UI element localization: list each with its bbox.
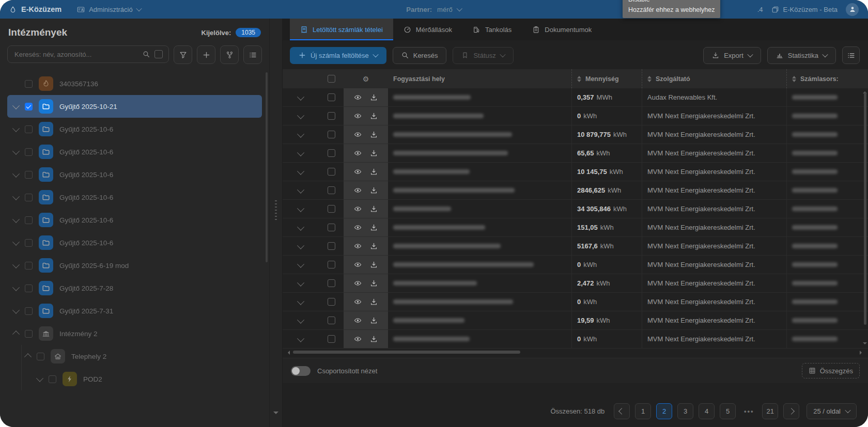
download-button[interactable] [370, 335, 378, 343]
page-button-5[interactable]: 5 [720, 403, 736, 419]
tree-item[interactable]: POD2 [7, 368, 262, 390]
row-expander[interactable] [283, 181, 319, 199]
export-button[interactable]: Export [703, 47, 761, 64]
tree-checkbox[interactable] [49, 375, 56, 383]
tree-checkbox[interactable] [25, 216, 33, 224]
row-checkbox[interactable] [328, 168, 335, 176]
chevron-up-icon[interactable] [24, 353, 32, 360]
tree-item[interactable]: Gyűjtő 2025-10-6 [7, 140, 262, 163]
search-input[interactable] [13, 50, 138, 59]
chevron-down-icon[interactable] [36, 375, 43, 382]
chevron-down-icon[interactable] [12, 307, 20, 314]
row-checkbox[interactable] [328, 279, 335, 287]
row-checkbox[interactable] [328, 242, 335, 250]
row-expander[interactable] [283, 293, 319, 311]
chevron-down-icon[interactable] [12, 170, 20, 178]
row-checkbox[interactable] [328, 335, 335, 343]
view-button[interactable] [354, 279, 362, 287]
row-expander[interactable] [283, 88, 319, 106]
row-checkbox[interactable] [328, 93, 335, 101]
scroll-right-icon[interactable] [860, 351, 864, 355]
download-button[interactable] [370, 131, 378, 138]
partner-selector[interactable]: Partner: mérő [406, 6, 461, 13]
tree-checkbox[interactable] [25, 148, 33, 156]
page-button-3[interactable]: 3 [677, 403, 693, 419]
download-button[interactable] [370, 93, 378, 101]
view-button[interactable] [354, 298, 362, 306]
page-button-1[interactable]: 1 [635, 403, 651, 419]
tree-item[interactable]: Gyűjtő 2025-10-21 [7, 95, 262, 118]
tree-item[interactable]: Gyűjtő 2025-6-19 mod [7, 254, 262, 277]
tree-item[interactable]: Gyűjtő 2025-10-6 [7, 231, 262, 254]
sidebar-scrollbar[interactable] [266, 72, 268, 262]
row-expander[interactable] [283, 200, 319, 218]
view-button[interactable] [354, 205, 362, 213]
chevron-down-icon[interactable] [12, 148, 20, 155]
tree-checkbox[interactable] [25, 194, 33, 201]
tree-item[interactable]: Gyűjtő 2025-10-6 [7, 163, 262, 186]
view-button[interactable] [354, 186, 362, 194]
filter-button[interactable] [174, 45, 192, 64]
tree-item[interactable]: Gyűjtő 2025-10-6 [7, 118, 262, 140]
chevron-down-icon[interactable] [12, 125, 20, 132]
row-expander[interactable] [283, 163, 319, 181]
grouped-view-toggle[interactable] [291, 366, 311, 376]
table-vertical-scrollbar[interactable] [864, 92, 866, 325]
panel-divider[interactable] [269, 19, 283, 427]
view-button[interactable] [354, 168, 362, 176]
summary-button[interactable]: Összegzés [802, 363, 860, 378]
tab-refueling[interactable]: Tankolás [462, 19, 522, 40]
row-checkbox[interactable] [328, 298, 335, 306]
add-button[interactable] [197, 45, 215, 64]
tree-checkbox[interactable] [25, 103, 33, 110]
status-button[interactable]: Státusz [453, 47, 513, 64]
tree-item[interactable]: Gyűjtő 2025-10-6 [7, 186, 262, 209]
chevron-down-icon[interactable] [12, 261, 20, 268]
download-button[interactable] [370, 242, 378, 250]
nav-administration[interactable]: Adminisztráció [77, 6, 141, 13]
tree-item[interactable]: Intézmény 2 [7, 322, 262, 345]
chevron-up-icon[interactable] [12, 330, 20, 338]
col-invoice-sort[interactable]: Számlasors: [786, 69, 868, 88]
scroll-left-icon[interactable] [286, 351, 290, 355]
tree-checkbox[interactable] [37, 353, 44, 360]
tree-item[interactable]: 3403567136 [7, 72, 262, 95]
hierarchy-button[interactable] [220, 45, 239, 64]
tab-documents[interactable]: Dokumentumok [522, 19, 602, 40]
row-checkbox[interactable] [328, 149, 335, 157]
view-button[interactable] [354, 112, 362, 120]
list-view-button[interactable] [243, 45, 262, 64]
view-button[interactable] [354, 242, 362, 250]
upload-invoice-button[interactable]: Új számla feltöltése [290, 47, 386, 64]
tree-checkbox[interactable] [25, 171, 33, 179]
row-checkbox[interactable] [328, 261, 335, 268]
column-settings-button[interactable] [842, 46, 860, 64]
search-button[interactable]: Keresés [393, 47, 447, 64]
row-expander[interactable] [283, 144, 319, 162]
download-button[interactable] [370, 112, 378, 120]
row-checkbox[interactable] [328, 186, 335, 194]
horizontal-scrollbar-thumb[interactable] [293, 351, 520, 354]
tree-item[interactable]: Gyűjtő 2025-7-31 [7, 299, 262, 322]
next-page-button[interactable] [783, 403, 799, 419]
tree-checkbox[interactable] [25, 239, 33, 247]
user-avatar[interactable] [846, 3, 859, 16]
prev-page-button[interactable] [614, 403, 630, 419]
view-button[interactable] [354, 149, 362, 157]
download-button[interactable] [370, 317, 378, 324]
chevron-down-icon[interactable] [12, 193, 20, 200]
row-expander[interactable] [283, 218, 319, 236]
scroll-down-icon[interactable] [863, 342, 867, 346]
download-button[interactable] [370, 205, 378, 213]
view-button[interactable] [354, 261, 362, 268]
download-button[interactable] [370, 279, 378, 287]
download-button[interactable] [370, 168, 378, 176]
page-button-4[interactable]: 4 [699, 403, 715, 419]
page-button-21[interactable]: 21 [762, 403, 778, 419]
col-quantity-sort[interactable]: Mennyiség [571, 69, 642, 88]
chevron-down-icon[interactable] [12, 284, 20, 291]
tree-item[interactable]: Gyűjtő 2025-7-28 [7, 277, 262, 299]
view-button[interactable] [354, 93, 362, 101]
col-provider-sort[interactable]: Szolgáltató [642, 69, 786, 88]
tab-readings[interactable]: Mérőállások [393, 19, 462, 40]
